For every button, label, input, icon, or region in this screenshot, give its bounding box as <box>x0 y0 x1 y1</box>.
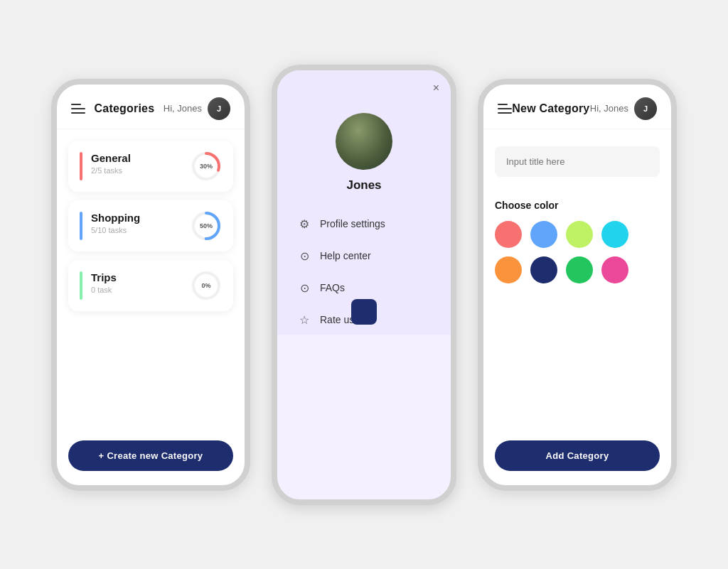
right-avatar: J <box>634 97 657 120</box>
color-option-red[interactable] <box>495 221 522 248</box>
category-left-general: General 2/5 tasks <box>80 152 131 180</box>
category-name-shopping: Shopping <box>91 212 140 224</box>
progress-trips: 0% <box>191 270 222 301</box>
add-category-button[interactable]: Add Category <box>495 440 660 471</box>
percent-text-trips: 0% <box>201 282 210 289</box>
left-header: Categories Hi, Jones J <box>57 85 245 129</box>
menu-item-faq[interactable]: ⊙ FAQs <box>291 273 437 303</box>
choose-color-label: Choose color <box>495 200 660 211</box>
category-card-general[interactable]: General 2/5 tasks 30% <box>68 141 233 192</box>
menu-item-help[interactable]: ⊙ Help center <box>291 242 437 271</box>
progress-shopping: 50% <box>191 210 222 242</box>
choose-color-section: Choose color <box>495 185 660 283</box>
category-bar-shopping <box>80 212 82 240</box>
category-left-shopping: Shopping 5/10 tasks <box>80 212 140 240</box>
percent-text-general: 30% <box>200 163 213 170</box>
color-grid <box>495 221 660 283</box>
left-footer: + Create new Category <box>57 430 245 485</box>
category-left-trips: Trips 0 task <box>80 271 117 300</box>
category-name-trips: Trips <box>91 271 117 283</box>
menu-label-help: Help center <box>320 250 371 261</box>
menu-overlay: × Jones ⚙ Profile settings ⊙ Help center… <box>277 70 451 335</box>
category-card-trips[interactable]: Trips 0 task 0% <box>68 260 233 311</box>
settings-icon: ⚙ <box>297 217 311 231</box>
category-name-general: General <box>91 152 131 164</box>
category-bar-general <box>80 152 82 180</box>
menu-item-profile[interactable]: ⚙ Profile settings <box>291 210 437 239</box>
menu-username: Jones <box>346 178 381 193</box>
category-tasks-general: 2/5 tasks <box>91 166 131 175</box>
category-info-general: General 2/5 tasks <box>91 152 131 180</box>
right-hamburger-icon[interactable] <box>498 104 512 114</box>
left-greeting: Hi, Jones J <box>164 97 230 120</box>
menu-avatar <box>336 113 392 170</box>
help-icon: ⊙ <box>297 249 311 263</box>
middle-phone: × Jones ⚙ Profile settings ⊙ Help center… <box>272 65 456 505</box>
color-option-green[interactable] <box>566 256 593 283</box>
right-phone: New Category Hi, Jones J Choose color Ad… <box>478 79 677 491</box>
category-info-trips: Trips 0 task <box>91 271 117 300</box>
star-icon: ☆ <box>297 313 311 327</box>
menu-label-profile: Profile settings <box>320 218 385 229</box>
title-input[interactable] <box>495 146 660 177</box>
color-option-orange[interactable] <box>495 256 522 283</box>
left-title: Categories <box>95 102 155 115</box>
color-option-navy[interactable] <box>530 256 557 283</box>
category-info-shopping: Shopping 5/10 tasks <box>91 212 140 240</box>
color-option-lime[interactable] <box>566 221 593 248</box>
percent-text-shopping: 50% <box>200 222 213 229</box>
category-tasks-trips: 0 task <box>91 286 117 294</box>
avatar: J <box>208 97 230 120</box>
right-header: New Category Hi, Jones J <box>483 85 671 129</box>
close-button[interactable]: × <box>433 82 439 94</box>
color-option-cyan[interactable] <box>601 221 628 248</box>
left-phone: Categories Hi, Jones J General 2/5 tasks… <box>51 79 250 491</box>
color-option-pink[interactable] <box>601 256 628 283</box>
nav-dot <box>351 299 377 325</box>
create-category-button[interactable]: + Create new Category <box>68 440 233 471</box>
right-title: New Category <box>512 102 589 115</box>
right-content: Choose color <box>483 129 671 363</box>
color-option-blue[interactable] <box>530 221 557 248</box>
category-tasks-shopping: 5/10 tasks <box>91 226 140 234</box>
menu-label-rate: Rate us <box>320 314 354 325</box>
categories-list: General 2/5 tasks 30% Shopping 5/10 task… <box>57 129 245 376</box>
right-footer: Add Category <box>483 430 671 485</box>
faq-icon: ⊙ <box>297 281 311 295</box>
category-card-shopping[interactable]: Shopping 5/10 tasks 50% <box>68 200 233 251</box>
right-greeting: Hi, Jones J <box>590 97 657 120</box>
menu-label-faq: FAQs <box>320 282 345 293</box>
hamburger-icon[interactable] <box>71 104 85 114</box>
category-bar-trips <box>80 271 82 300</box>
progress-general: 30% <box>191 151 222 182</box>
